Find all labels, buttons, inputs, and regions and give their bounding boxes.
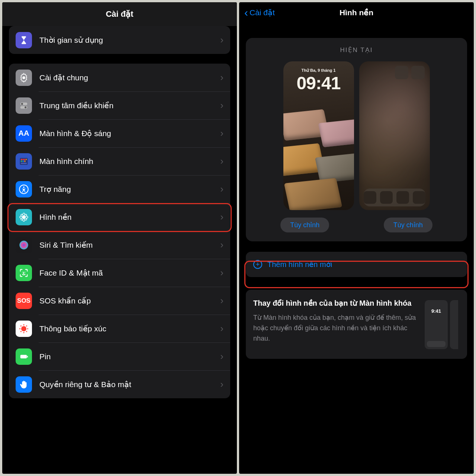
row-label: Màn hình & Độ sáng xyxy=(39,129,220,138)
chevron-right-icon: › xyxy=(220,379,223,390)
row-switches[interactable]: Trung tâm điều khiển › xyxy=(9,91,230,119)
svg-point-38 xyxy=(26,331,27,332)
add-wallpaper-button[interactable]: + Thêm hình nền mới xyxy=(246,252,467,277)
row-label: Pin xyxy=(39,352,220,361)
row-label: Thông báo tiếp xúc xyxy=(39,324,220,333)
back-label: Cài đặt xyxy=(250,8,275,17)
svg-rect-11 xyxy=(26,159,27,160)
row-label: Thời gian sử dụng xyxy=(39,36,220,45)
svg-point-36 xyxy=(26,325,27,326)
row-hand[interactable]: Quyền riêng tư & Bảo mật › xyxy=(9,370,230,398)
row-sos[interactable]: SOS SOS khẩn cấp › xyxy=(9,287,230,315)
chevron-right-icon: › xyxy=(220,128,223,139)
svg-rect-8 xyxy=(21,159,22,160)
hand-icon xyxy=(16,376,32,393)
svg-point-27 xyxy=(19,241,28,249)
chevron-right-icon: › xyxy=(220,155,223,167)
exposure-icon xyxy=(16,321,32,337)
row-label: Trợ năng xyxy=(39,185,220,194)
svg-point-25 xyxy=(20,217,24,221)
svg-point-17 xyxy=(23,186,25,188)
svg-rect-9 xyxy=(23,159,24,160)
row-label: Quyền riêng tư & Bảo mật xyxy=(39,380,220,389)
chevron-right-icon: › xyxy=(220,323,223,334)
row-battery[interactable]: Pin › xyxy=(9,342,230,370)
svg-point-29 xyxy=(25,271,26,272)
svg-rect-10 xyxy=(24,159,26,160)
settings-list-pane: Cài đặt Thời gian sử dụng › Cài đặt chun… xyxy=(2,2,237,474)
customize-home-button[interactable]: Tùy chỉnh xyxy=(384,218,432,232)
settings-group-main: Cài đặt chung › Trung tâm điều khiển ›AA… xyxy=(9,64,230,398)
info-body: Từ Màn hình khóa của bạn, chạm và giữ để… xyxy=(253,313,417,344)
customize-lock-button[interactable]: Tùy chỉnh xyxy=(280,218,329,232)
svg-point-24 xyxy=(24,214,27,217)
svg-rect-40 xyxy=(27,356,28,357)
row-access[interactable]: Trợ năng › xyxy=(9,175,230,203)
battery-icon xyxy=(16,348,32,365)
row-label: SOS khẩn cấp xyxy=(39,296,220,305)
svg-rect-13 xyxy=(23,160,24,162)
nav-header: ‹ Cài đặt Hình nền xyxy=(239,2,474,23)
switches-icon xyxy=(16,97,32,114)
home-dock xyxy=(364,189,425,206)
svg-point-26 xyxy=(24,217,27,221)
svg-rect-12 xyxy=(21,160,22,162)
row-screen-time[interactable]: Thời gian sử dụng › xyxy=(9,26,230,54)
sos-icon: SOS xyxy=(16,293,32,309)
lockscreen-date: Thứ Ba, 9 tháng 1 xyxy=(302,68,336,73)
row-label: Siri & Tìm kiếm xyxy=(39,241,220,250)
aa-icon: AA xyxy=(16,125,32,142)
svg-rect-15 xyxy=(21,163,27,164)
hourglass-icon xyxy=(16,32,32,48)
row-label: Hình nền xyxy=(39,213,220,222)
svg-rect-39 xyxy=(20,355,27,358)
add-wallpaper-label: Thêm hình nền mới xyxy=(267,260,332,269)
row-aa[interactable]: AA Màn hình & Độ sáng › xyxy=(9,119,230,147)
svg-point-35 xyxy=(20,325,22,326)
chevron-right-icon: › xyxy=(220,34,223,46)
row-label: Màn hình chính xyxy=(39,157,220,166)
svg-rect-14 xyxy=(24,160,26,162)
flower-icon xyxy=(16,209,32,225)
svg-point-37 xyxy=(20,331,22,332)
row-faceid[interactable]: Face ID & Mật mã › xyxy=(9,259,230,287)
lockscreen-preview[interactable]: Thứ Ba, 9 tháng 1 09:41 xyxy=(283,61,354,210)
lockscreen-time: 09:41 xyxy=(297,73,341,93)
row-siri[interactable]: Siri & Tìm kiếm › xyxy=(9,231,230,259)
back-button[interactable]: ‹ Cài đặt xyxy=(244,6,275,19)
info-illustration: 9:41 xyxy=(425,298,460,349)
homescreen-preview[interactable] xyxy=(359,61,430,210)
faceid-icon xyxy=(16,265,32,281)
mini-time: 9:41 xyxy=(431,308,441,314)
chevron-right-icon: › xyxy=(220,183,223,195)
row-label: Trung tâm điều khiển xyxy=(39,101,220,110)
chevron-right-icon: › xyxy=(220,295,223,306)
chevron-right-icon: › xyxy=(220,100,223,111)
wallpaper-previews: Thứ Ba, 9 tháng 1 09:41 xyxy=(253,61,460,210)
row-exposure[interactable]: Thông báo tiếp xúc › xyxy=(9,315,230,342)
row-label: Cài đặt chung xyxy=(39,73,220,82)
svg-rect-0 xyxy=(22,36,26,38)
siri-icon xyxy=(16,237,32,253)
section-title-current: HIỆN TẠI xyxy=(253,46,460,54)
chevron-left-icon: ‹ xyxy=(244,6,248,19)
row-grid[interactable]: Màn hình chính › xyxy=(9,147,230,175)
access-icon xyxy=(16,181,32,197)
settings-group-screentime: Thời gian sử dụng › xyxy=(9,26,230,54)
row-label: Face ID & Mật mã xyxy=(39,268,220,277)
row-flower[interactable]: Hình nền › xyxy=(9,203,230,231)
info-title: Thay đổi hình nền của bạn từ Màn hình kh… xyxy=(253,298,417,308)
gear-icon xyxy=(16,70,32,86)
svg-point-32 xyxy=(23,332,24,333)
info-card: Thay đổi hình nền của bạn từ Màn hình kh… xyxy=(246,290,467,359)
svg-point-31 xyxy=(23,324,24,325)
chevron-right-icon: › xyxy=(220,267,223,279)
row-gear[interactable]: Cài đặt chung › xyxy=(9,64,230,91)
chevron-right-icon: › xyxy=(220,72,223,83)
chevron-right-icon: › xyxy=(220,211,223,223)
svg-point-2 xyxy=(22,76,25,79)
wallpaper-settings-pane: ‹ Cài đặt Hình nền HIỆN TẠI Thứ Ba, 9 th… xyxy=(239,2,474,474)
svg-point-28 xyxy=(22,271,23,272)
wallpaper-image xyxy=(283,106,354,206)
chevron-right-icon: › xyxy=(220,351,223,362)
